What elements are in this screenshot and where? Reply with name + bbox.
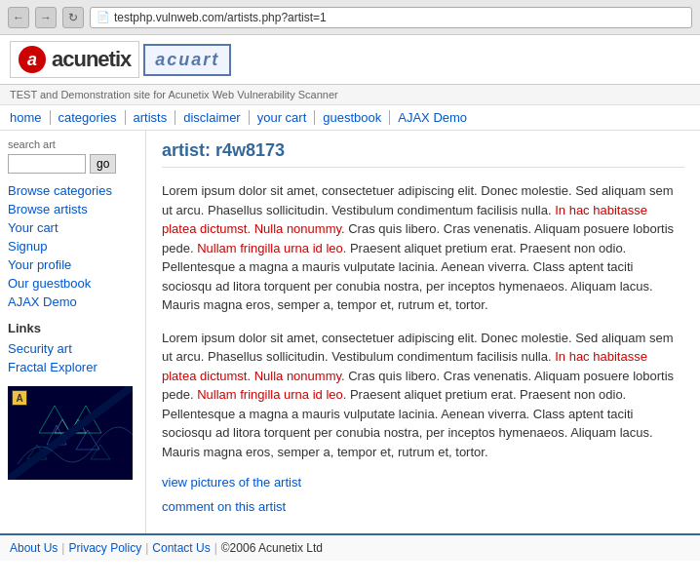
footer-sep2: | bbox=[145, 541, 148, 555]
footer-contact[interactable]: Contact Us bbox=[152, 541, 210, 555]
links-title: Links bbox=[8, 321, 137, 335]
fractal-image: A bbox=[8, 386, 133, 480]
para2-highlight2: Nullam fringilla urna id leo. bbox=[197, 387, 350, 402]
footer-sep1: | bbox=[61, 541, 64, 555]
sidebar-signup[interactable]: Signup bbox=[8, 237, 137, 255]
url-text: testphp.vulnweb.com/artists.php?artist=1 bbox=[114, 11, 327, 24]
logo-acuart: acuart bbox=[143, 44, 231, 76]
nav-disclaimer[interactable]: disclaimer bbox=[175, 110, 250, 125]
logo-a-icon: a bbox=[19, 46, 46, 73]
browser-chrome: ← → ↻ 📄 testphp.vulnweb.com/artists.php?… bbox=[0, 0, 700, 35]
site-subtitle: TEST and Demonstration site for Acunetix… bbox=[0, 85, 700, 105]
site-footer: About Us | Privacy Policy | Contact Us |… bbox=[0, 533, 700, 561]
nav-ajax[interactable]: AJAX Demo bbox=[390, 110, 475, 125]
footer-sep3: | bbox=[214, 541, 217, 555]
sidebar-security-art[interactable]: Security art bbox=[8, 339, 137, 358]
sidebar-ajax-demo[interactable]: AJAX Demo bbox=[8, 293, 137, 311]
nav-artists[interactable]: artists bbox=[126, 110, 176, 125]
search-row: go bbox=[8, 154, 137, 174]
sidebar-your-cart[interactable]: Your cart bbox=[8, 218, 137, 237]
para1-highlight2: Nullam fringilla urna id leo. bbox=[197, 241, 350, 255]
content-title: artist: r4w8173 bbox=[162, 140, 684, 168]
sidebar-browse-artists[interactable]: Browse artists bbox=[8, 200, 137, 218]
go-button[interactable]: go bbox=[90, 154, 116, 174]
sidebar-fractal-explorer[interactable]: Fractal Explorer bbox=[8, 358, 137, 376]
page-icon: 📄 bbox=[97, 11, 110, 23]
footer-copy: ©2006 Acunetix Ltd bbox=[221, 541, 323, 555]
logo-acunetix: a acunetix bbox=[10, 41, 139, 78]
back-button[interactable]: ← bbox=[8, 7, 29, 28]
content-area: artist: r4w8173 Lorem ipsum dolor sit am… bbox=[146, 131, 700, 533]
sidebar: search art go Browse categories Browse a… bbox=[0, 131, 146, 533]
links-section: Links Security art Fractal Explorer bbox=[8, 321, 137, 376]
view-pictures-link[interactable]: view pictures of the artist bbox=[162, 475, 684, 490]
search-input[interactable] bbox=[8, 154, 86, 174]
forward-button[interactable]: → bbox=[35, 7, 57, 28]
nav-cart[interactable]: your cart bbox=[250, 110, 316, 125]
logo-art-text: acuart bbox=[155, 50, 219, 69]
sidebar-guestbook[interactable]: Our guestbook bbox=[8, 274, 137, 293]
nav-home[interactable]: home bbox=[10, 110, 51, 125]
main-layout: search art go Browse categories Browse a… bbox=[0, 131, 700, 533]
page-wrapper: a acunetix acuart TEST and Demonstration… bbox=[0, 35, 700, 561]
refresh-button[interactable]: ↻ bbox=[62, 7, 84, 28]
sidebar-your-profile[interactable]: Your profile bbox=[8, 255, 137, 274]
footer-privacy[interactable]: Privacy Policy bbox=[68, 541, 141, 555]
site-header: a acunetix acuart bbox=[0, 35, 700, 85]
search-section: search art go Browse categories Browse a… bbox=[8, 138, 137, 311]
main-nav: home categories artists disclaimer your … bbox=[0, 105, 700, 131]
nav-categories[interactable]: categories bbox=[51, 110, 126, 125]
content-para-1: Lorem ipsum dolor sit amet, consectetuer… bbox=[162, 181, 684, 315]
comment-link[interactable]: comment on this artist bbox=[162, 499, 684, 514]
subtitle-text: TEST and Demonstration site for Acunetix… bbox=[10, 89, 338, 100]
address-bar[interactable]: 📄 testphp.vulnweb.com/artists.php?artist… bbox=[90, 7, 692, 28]
logo-a-letter: a bbox=[27, 50, 37, 70]
nav-guestbook[interactable]: guestbook bbox=[315, 110, 390, 125]
footer-about[interactable]: About Us bbox=[10, 541, 58, 555]
sidebar-browse-categories[interactable]: Browse categories bbox=[8, 181, 137, 200]
search-label: search art bbox=[8, 138, 137, 150]
logo-name-text: acunetix bbox=[52, 47, 131, 72]
content-para-2: Lorem ipsum dolor sit amet, consectetuer… bbox=[162, 329, 684, 462]
fractal-letter: A bbox=[12, 390, 27, 406]
